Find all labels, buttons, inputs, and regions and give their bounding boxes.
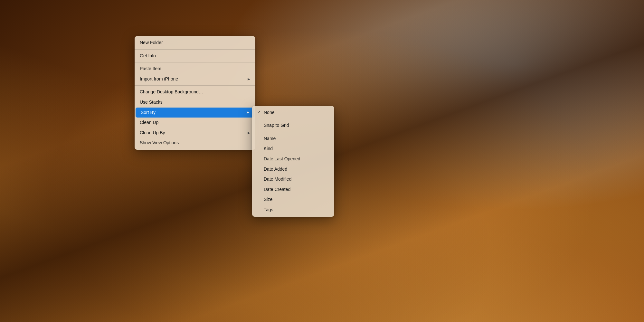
menu-item-show-view-options[interactable]: Show View Options: [135, 138, 255, 148]
submenu-item-date-modified[interactable]: Date Modified: [252, 174, 334, 185]
submenu-item-date-added[interactable]: Date Added: [252, 164, 334, 175]
none-checkmark-icon: ✓: [257, 109, 264, 115]
menu-item-change-desktop-background[interactable]: Change Desktop Background…: [135, 87, 255, 97]
menu-item-import-from-iphone[interactable]: Import from iPhone ▶: [135, 74, 255, 84]
context-menu: New Folder Get Info Paste Item Import fr…: [135, 36, 255, 150]
submenu-item-date-modified-label: Date Modified: [264, 176, 291, 183]
menu-item-get-info-label: Get Info: [140, 53, 156, 59]
submenu-item-snap-to-grid[interactable]: Snap to Grid: [252, 120, 334, 131]
import-from-iphone-arrow-icon: ▶: [248, 77, 250, 81]
submenu-separator-1: [252, 119, 334, 119]
sort-by-arrow-icon: ▶: [247, 110, 249, 115]
submenu-item-size-label: Size: [264, 196, 272, 203]
menu-item-sort-by-label: Sort By: [141, 109, 156, 116]
submenu-item-kind[interactable]: Kind: [252, 144, 334, 154]
submenu-separator-2: [252, 132, 334, 132]
separator-1: [135, 49, 255, 50]
menu-item-new-folder-label: New Folder: [140, 40, 163, 46]
menu-item-clean-up-label: Clean Up: [140, 119, 158, 126]
clean-up-by-arrow-icon: ▶: [248, 131, 250, 135]
menu-item-import-from-iphone-label: Import from iPhone: [140, 76, 178, 82]
menu-item-use-stacks-label: Use Stacks: [140, 99, 163, 106]
submenu-item-date-added-label: Date Added: [264, 166, 287, 173]
submenu-item-date-last-opened-label: Date Last Opened: [264, 156, 300, 162]
submenu-item-kind-label: Kind: [264, 146, 273, 152]
submenu-item-snap-to-grid-label: Snap to Grid: [264, 122, 289, 129]
submenu-item-none[interactable]: ✓ None: [252, 108, 334, 118]
submenu-item-name[interactable]: Name: [252, 134, 334, 144]
submenu-item-tags[interactable]: Tags: [252, 205, 334, 215]
submenu-item-date-created-label: Date Created: [264, 186, 290, 193]
menu-item-paste-item-label: Paste Item: [140, 66, 161, 72]
menu-item-clean-up[interactable]: Clean Up: [135, 118, 255, 128]
submenu-item-none-label: None: [264, 109, 274, 116]
sort-by-wrapper: Sort By ▶ ✓ None Snap to Grid Name: [135, 108, 255, 118]
menu-item-clean-up-by[interactable]: Clean Up By ▶: [135, 128, 255, 138]
submenu-item-tags-label: Tags: [264, 207, 273, 213]
menu-item-show-view-options-label: Show View Options: [140, 140, 179, 146]
menu-item-new-folder[interactable]: New Folder: [135, 38, 255, 48]
menu-item-use-stacks[interactable]: Use Stacks: [135, 97, 255, 108]
submenu-item-date-last-opened[interactable]: Date Last Opened: [252, 154, 334, 164]
menu-item-sort-by[interactable]: Sort By ▶: [136, 108, 254, 118]
sort-by-submenu: ✓ None Snap to Grid Name Kind: [252, 106, 334, 217]
submenu-item-date-created[interactable]: Date Created: [252, 185, 334, 195]
menu-item-paste-item[interactable]: Paste Item: [135, 64, 255, 74]
separator-2: [135, 62, 255, 62]
menu-item-clean-up-by-label: Clean Up By: [140, 130, 165, 136]
separator-3: [135, 85, 255, 86]
submenu-item-size[interactable]: Size: [252, 194, 334, 205]
menu-item-change-desktop-background-label: Change Desktop Background…: [140, 89, 203, 95]
submenu-item-name-label: Name: [264, 136, 276, 142]
menu-item-get-info[interactable]: Get Info: [135, 51, 255, 61]
